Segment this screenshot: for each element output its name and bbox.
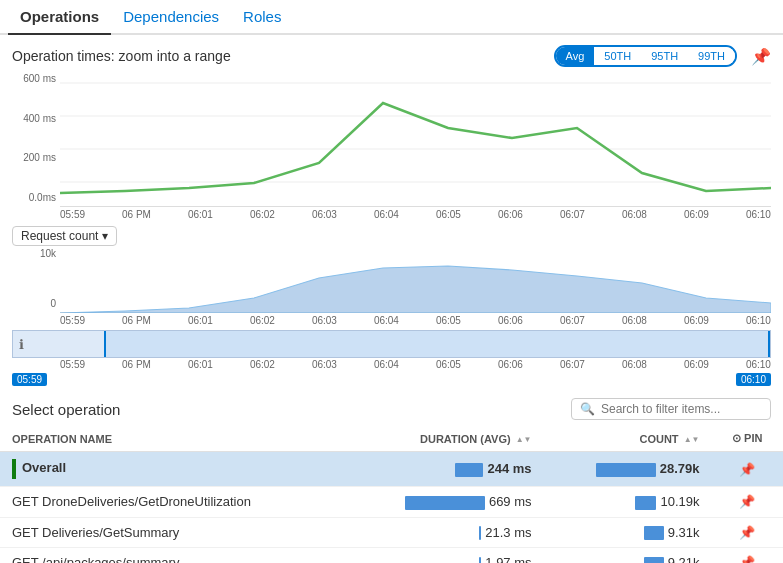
- cell-duration: 244 ms: [346, 452, 544, 487]
- bt-label-3: 06:02: [250, 359, 275, 370]
- pin-icon[interactable]: 📌: [739, 525, 755, 540]
- search-box[interactable]: 🔍: [571, 398, 771, 420]
- search-input[interactable]: [601, 402, 762, 416]
- table-row[interactable]: GET Deliveries/GetSummary21.3 ms9.31k📌: [0, 517, 783, 548]
- cell-operation-name: GET /api/packages/summary: [0, 548, 346, 563]
- count-bar: [644, 526, 663, 540]
- metric-95th[interactable]: 95TH: [641, 47, 688, 65]
- ct-label-0: 05:59: [60, 315, 85, 326]
- count-value: 9.31k: [668, 525, 700, 540]
- select-operation-header: Select operation 🔍: [0, 386, 783, 426]
- select-operation-title: Select operation: [12, 401, 120, 418]
- operation-name-text: GET DroneDeliveries/GetDroneUtilization: [12, 494, 251, 509]
- ct-label-2: 06:01: [188, 315, 213, 326]
- ct-label-5: 06:04: [374, 315, 399, 326]
- metric-99th[interactable]: 99TH: [688, 47, 735, 65]
- bt-label-2: 06:01: [188, 359, 213, 370]
- brush-end-label: 06:10: [736, 373, 771, 386]
- bt-label-6: 06:05: [436, 359, 461, 370]
- bt-label-5: 06:04: [374, 359, 399, 370]
- table-row[interactable]: Overall244 ms28.79k📌: [0, 452, 783, 487]
- bt-label-1: 06 PM: [122, 359, 151, 370]
- count-bar: [635, 496, 656, 510]
- pin-chart-icon[interactable]: 📌: [751, 47, 771, 66]
- time-label-6: 06:05: [436, 209, 461, 220]
- count-y-0: 0: [12, 298, 60, 309]
- time-label-11: 06:10: [746, 209, 771, 220]
- pin-icon[interactable]: 📌: [739, 555, 755, 563]
- metric-avg[interactable]: Avg: [556, 47, 595, 65]
- time-label-9: 06:08: [622, 209, 647, 220]
- duration-value: 669 ms: [489, 494, 532, 509]
- tab-operations[interactable]: Operations: [8, 0, 111, 35]
- bt-label-10: 06:09: [684, 359, 709, 370]
- duration-bar: [479, 526, 481, 540]
- request-section: Request count ▾: [0, 222, 783, 246]
- request-count-dropdown[interactable]: Request count ▾: [12, 226, 117, 246]
- time-label-0: 05:59: [60, 209, 85, 220]
- operations-table: OPERATION NAME DURATION (AVG) ▲▼ COUNT ▲…: [0, 426, 783, 563]
- count-sort-icon[interactable]: ▲▼: [684, 435, 700, 444]
- brush-bar[interactable]: ℹ: [12, 330, 771, 358]
- main-chart-wrapper: 600 ms 400 ms 200 ms 0.0ms: [12, 73, 771, 207]
- y-axis-labels: 600 ms 400 ms 200 ms 0.0ms: [12, 73, 60, 207]
- pin-col-circle-icon: ⊙: [732, 432, 741, 444]
- table-row[interactable]: GET /api/packages/summary1.97 ms9.21k📌: [0, 548, 783, 563]
- col-count: COUNT ▲▼: [544, 426, 712, 452]
- time-label-10: 06:09: [684, 209, 709, 220]
- count-value: 9.21k: [668, 555, 700, 563]
- request-count-label: Request count: [21, 229, 98, 243]
- metric-50th[interactable]: 50TH: [594, 47, 641, 65]
- cell-operation-name: Overall: [0, 452, 346, 487]
- cell-count: 28.79k: [544, 452, 712, 487]
- chart-title: Operation times: zoom into a range: [12, 48, 231, 64]
- duration-bar: [455, 463, 484, 477]
- bt-label-9: 06:08: [622, 359, 647, 370]
- tab-dependencies[interactable]: Dependencies: [111, 0, 231, 33]
- ct-label-1: 06 PM: [122, 315, 151, 326]
- brush-selection[interactable]: [104, 331, 770, 357]
- brush-time-axis: 05:59 06 PM 06:01 06:02 06:03 06:04 06:0…: [60, 358, 771, 371]
- time-label-4: 06:03: [312, 209, 337, 220]
- metric-buttons: Avg 50TH 95TH 99TH: [554, 45, 737, 67]
- brush-labels: 05:59 06:10: [12, 373, 771, 386]
- ct-label-9: 06:08: [622, 315, 647, 326]
- duration-value: 244 ms: [487, 461, 531, 476]
- y-label-200: 200 ms: [12, 152, 60, 163]
- col-operation-name: OPERATION NAME: [0, 426, 346, 452]
- cell-pin[interactable]: 📌: [711, 548, 783, 563]
- duration-sort-icon[interactable]: ▲▼: [516, 435, 532, 444]
- cell-pin[interactable]: 📌: [711, 452, 783, 487]
- search-icon: 🔍: [580, 402, 595, 416]
- count-y-axis: 10k 0: [12, 248, 60, 313]
- duration-bar: [479, 557, 481, 563]
- bt-label-7: 06:06: [498, 359, 523, 370]
- bt-label-11: 06:10: [746, 359, 771, 370]
- cell-pin[interactable]: 📌: [711, 487, 783, 518]
- operation-name-text: GET Deliveries/GetSummary: [12, 525, 179, 540]
- ct-label-3: 06:02: [250, 315, 275, 326]
- duration-value: 1.97 ms: [485, 555, 531, 563]
- duration-bar: [405, 496, 485, 510]
- tab-roles[interactable]: Roles: [231, 0, 293, 33]
- time-label-8: 06:07: [560, 209, 585, 220]
- cell-operation-name: GET Deliveries/GetSummary: [0, 517, 346, 548]
- count-chart-svg: [60, 248, 771, 313]
- cell-duration: 1.97 ms: [346, 548, 544, 563]
- brush-help-icon: ℹ: [19, 337, 24, 352]
- bt-label-0: 05:59: [60, 359, 85, 370]
- pin-icon[interactable]: 📌: [739, 494, 755, 509]
- main-time-axis: 05:59 06 PM 06:01 06:02 06:03 06:04 06:0…: [60, 207, 771, 222]
- bt-label-4: 06:03: [312, 359, 337, 370]
- ct-label-6: 06:05: [436, 315, 461, 326]
- count-y-10k: 10k: [12, 248, 60, 259]
- cell-count: 9.21k: [544, 548, 712, 563]
- pin-icon[interactable]: 📌: [739, 462, 755, 477]
- cell-pin[interactable]: 📌: [711, 517, 783, 548]
- duration-value: 21.3 ms: [485, 525, 531, 540]
- table-row[interactable]: GET DroneDeliveries/GetDroneUtilization6…: [0, 487, 783, 518]
- count-chart-wrapper: 10k 0: [12, 248, 771, 313]
- cell-count: 10.19k: [544, 487, 712, 518]
- bt-label-8: 06:07: [560, 359, 585, 370]
- selected-indicator: [12, 459, 16, 479]
